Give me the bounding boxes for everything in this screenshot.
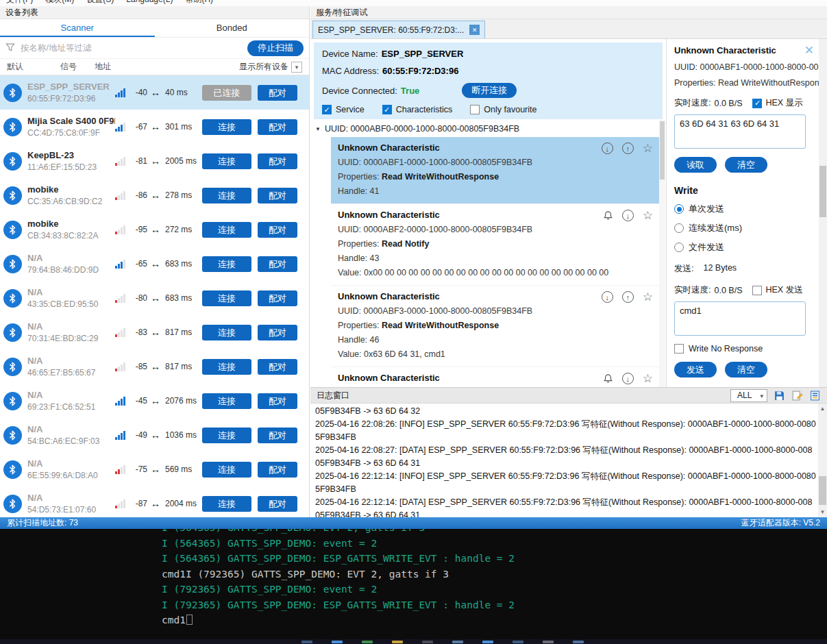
device-row[interactable]: N/A79:64:B8:46:DD:9D-65683 ms连接配对 <box>0 247 309 281</box>
radio-single-send[interactable]: 单次发送 <box>674 203 819 215</box>
radio-file-send[interactable]: 文件发送 <box>674 241 819 253</box>
connect-button[interactable]: 连接 <box>202 153 251 169</box>
taskbar-icon[interactable] <box>392 641 403 643</box>
expander-icon[interactable] <box>315 126 321 132</box>
checkbox-only-favourite[interactable]: Only favourite <box>470 105 536 114</box>
taskbar-icon[interactable] <box>513 641 523 643</box>
pair-button[interactable]: 配对 <box>258 153 297 169</box>
clear-log-icon[interactable] <box>791 390 803 401</box>
device-row[interactable]: N/A54:BC:A6:EC:9F:03-491036 ms连接配对 <box>0 418 309 452</box>
taskbar-icon[interactable] <box>452 641 463 643</box>
favourite-icon[interactable] <box>643 210 653 221</box>
connect-button[interactable]: 连接 <box>202 290 251 306</box>
menu-item[interactable]: 模块(M) <box>39 0 80 5</box>
taskbar-icon[interactable] <box>422 641 433 643</box>
connect-button[interactable]: 连接 <box>202 462 251 478</box>
column-address[interactable]: 地址 <box>95 61 239 73</box>
checkbox-characteristics[interactable]: Characteristics <box>382 105 453 114</box>
favourite-icon[interactable] <box>643 373 653 384</box>
device-row[interactable]: KeepBL-2311:A6:EF:15:5D:23-812005 ms连接配对 <box>0 144 309 178</box>
clear-read-button[interactable]: 清空 <box>725 157 767 173</box>
write-no-response-checkbox[interactable] <box>674 344 684 354</box>
scrollbar-thumb[interactable] <box>819 476 826 505</box>
chevron-down-icon[interactable] <box>291 62 302 73</box>
connect-button[interactable]: 连接 <box>202 119 251 135</box>
connect-button[interactable]: 连接 <box>202 325 251 340</box>
pair-button[interactable]: 配对 <box>258 188 297 203</box>
log-filter-select[interactable]: ALL <box>730 389 767 402</box>
scroll-down-icon[interactable]: ▼ <box>818 509 827 515</box>
show-all-devices-dropdown[interactable]: 显示所有设备 <box>239 61 302 73</box>
tab-scanner[interactable]: Scanner <box>0 19 155 37</box>
pair-button[interactable]: 配对 <box>258 462 297 478</box>
serial-terminal[interactable]: I (564365) GATTS_SPP_DEMO: EVT 2, gatts … <box>0 529 827 639</box>
device-row[interactable]: ESP_SPP_SERVER60:55:F9:72:D3:96-4040 ms已… <box>0 75 309 110</box>
favourite-icon[interactable] <box>643 291 653 303</box>
read-icon[interactable] <box>602 291 613 303</box>
pair-button[interactable]: 配对 <box>258 256 297 272</box>
taskbar-icon[interactable] <box>543 641 554 643</box>
scrollbar-thumb[interactable] <box>660 121 665 179</box>
radio-button[interactable] <box>674 204 684 214</box>
read-button[interactable]: 读取 <box>674 157 717 173</box>
read-icon[interactable] <box>602 143 613 154</box>
device-row[interactable]: N/A6E:55:99:6A:D8:A0-75569 ms连接配对 <box>0 452 309 486</box>
column-default[interactable]: 默认 <box>7 61 60 73</box>
device-row[interactable]: Mijia Scale S400 0F9FCC:4D:75:C8:0F:9F-6… <box>0 110 309 144</box>
checkbox-box[interactable] <box>322 105 332 114</box>
pair-button[interactable]: 配对 <box>258 496 297 512</box>
device-row[interactable]: N/A43:35:CB:ED:95:50-80683 ms连接配对 <box>0 281 309 315</box>
hex-display-checkbox[interactable] <box>752 99 762 108</box>
export-log-icon[interactable] <box>809 390 821 401</box>
notify-icon[interactable] <box>603 210 613 221</box>
filter-input[interactable] <box>21 43 242 53</box>
device-row[interactable]: mobikeCC:35:A6:CB:9D:C2-86278 ms连接配对 <box>0 178 309 212</box>
taskbar-icon[interactable] <box>332 641 343 643</box>
pair-button[interactable]: 配对 <box>258 325 297 340</box>
close-detail-icon[interactable] <box>804 45 814 56</box>
radio-button[interactable] <box>674 243 684 252</box>
connected-button[interactable]: 已连接 <box>202 85 251 101</box>
radio-continuous-send[interactable]: 连续发送(ms) <box>674 222 819 234</box>
characteristic-card[interactable]: Unknown CharacteristicUUID: 0000ABF1-000… <box>331 137 665 204</box>
read-icon[interactable] <box>622 210 634 221</box>
pair-button[interactable]: 配对 <box>258 85 297 101</box>
checkbox-box[interactable] <box>382 105 392 114</box>
close-tab-icon[interactable] <box>469 25 480 35</box>
device-row[interactable]: N/A54:D5:73:E1:07:60-872004 ms连接配对 <box>0 486 309 517</box>
taskbar-icon[interactable] <box>573 641 584 643</box>
save-log-icon[interactable] <box>774 390 785 401</box>
menu-item[interactable]: 文件(F) <box>0 0 39 5</box>
log-scrollbar[interactable]: ▲ ▼ <box>818 404 827 517</box>
pair-button[interactable]: 配对 <box>258 119 297 135</box>
device-debug-tab[interactable]: ESP_SPP_SERVER: 60:55:F9:72:D3:... <box>312 21 485 38</box>
connect-button[interactable]: 连接 <box>202 393 251 409</box>
connect-button[interactable]: 连接 <box>202 188 251 203</box>
write-value-textarea[interactable]: cmd1 <box>674 301 806 336</box>
pair-button[interactable]: 配对 <box>258 222 297 238</box>
notify-icon[interactable] <box>603 373 613 384</box>
device-row[interactable]: N/A46:65:E7:B5:65:67-85817 ms连接配对 <box>0 349 309 384</box>
hex-send-checkbox[interactable] <box>752 286 762 295</box>
service-row[interactable]: UUID: 0000ABF0-0000-1000-8000-00805F9B34… <box>310 121 665 137</box>
pair-button[interactable]: 配对 <box>258 393 297 409</box>
characteristic-card[interactable]: Unknown CharacteristicUUID: 0000ABF2-000… <box>331 204 665 286</box>
disconnect-button[interactable]: 断开连接 <box>462 83 517 98</box>
write-icon[interactable] <box>622 291 634 303</box>
checkbox-service[interactable]: Service <box>322 105 365 114</box>
connect-button[interactable]: 连接 <box>202 256 251 272</box>
menu-item[interactable]: 设置(S) <box>80 0 120 5</box>
connect-button[interactable]: 连接 <box>202 428 251 443</box>
radio-button[interactable] <box>674 223 684 233</box>
menu-item[interactable]: Language(L) <box>120 0 179 5</box>
detail-scrollbar[interactable] <box>819 39 827 387</box>
scroll-up-icon[interactable]: ▲ <box>818 406 827 412</box>
read-value-textarea[interactable]: 63 6D 64 31 63 6D 64 31 <box>674 114 806 149</box>
connect-button[interactable]: 连接 <box>202 359 251 375</box>
device-row[interactable]: mobikeCB:34:83:8C:82:2A-95272 ms连接配对 <box>0 212 309 247</box>
column-signal[interactable]: 信号 <box>60 61 95 73</box>
tab-bonded[interactable]: Bonded <box>155 19 310 37</box>
pair-button[interactable]: 配对 <box>258 428 297 443</box>
characteristic-card[interactable]: Unknown CharacteristicUUID: 0000ABF3-000… <box>331 286 665 367</box>
stop-scan-button[interactable]: 停止扫描 <box>247 40 304 56</box>
